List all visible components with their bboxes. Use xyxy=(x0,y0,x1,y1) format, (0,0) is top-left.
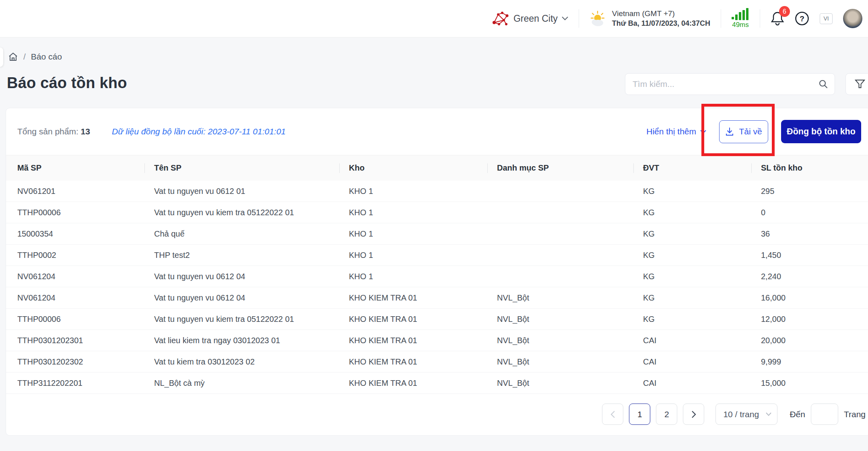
chevron-down-icon xyxy=(700,130,706,134)
total-products-value: 13 xyxy=(81,127,90,136)
page-button-2[interactable]: 2 xyxy=(656,404,677,425)
table-cell: CAI xyxy=(633,351,751,372)
search-input[interactable] xyxy=(633,79,819,89)
sync-inventory-button[interactable]: Đồng bộ tồn kho xyxy=(781,120,861,143)
table-cell: NV061204 xyxy=(6,266,144,287)
table-cell: 15000354 xyxy=(6,223,144,244)
download-button[interactable]: Tải về xyxy=(719,120,768,143)
page-size-select[interactable]: 10 / trang xyxy=(715,404,777,425)
table-cell: 12,000 xyxy=(751,309,868,329)
table-cell: CAI xyxy=(633,373,751,393)
table-cell: NVL_Bột xyxy=(487,351,633,372)
table-body: NV061201Vat tu nguyen vu 0612 01KHO 1KG2… xyxy=(6,181,868,394)
table-cell: 9,999 xyxy=(751,351,868,372)
page-title: Báo cáo tồn kho xyxy=(7,74,127,92)
table-cell: 1,450 xyxy=(751,245,868,266)
search-input-wrap xyxy=(625,73,835,95)
user-avatar[interactable] xyxy=(843,9,862,28)
table-cell: Vat tu kiem tra 03012023 02 xyxy=(144,351,339,372)
table-cell: NVL_Bột xyxy=(487,287,633,308)
jump-to-page-input[interactable] xyxy=(811,404,838,425)
chevron-right-icon xyxy=(691,411,696,418)
table-cell: NVL_Bột xyxy=(487,309,633,329)
topbar: Green City Vietnam xyxy=(0,0,868,37)
table-cell: 0 xyxy=(751,202,868,223)
table-row: NV061204Vat tu nguyen vu 0612 04KHO 1KG2… xyxy=(6,266,868,287)
table-cell: TTHP3112202201 xyxy=(6,373,144,393)
pagination: 12 10 / trang Đến Trang xyxy=(6,404,868,425)
language-switcher[interactable]: VI xyxy=(820,13,833,24)
pagination-prev-button[interactable] xyxy=(602,404,623,425)
download-icon xyxy=(725,127,734,136)
pagination-next-button[interactable] xyxy=(683,404,704,425)
table-cell: KHO 1 xyxy=(339,245,487,266)
column-header-3: Kho xyxy=(339,155,487,181)
table-cell: TTHP0002 xyxy=(6,245,144,266)
total-products-label: Tổng sản phẩm: xyxy=(17,127,78,136)
search-icon[interactable] xyxy=(819,79,828,89)
table-cell: 2,240 xyxy=(751,266,868,287)
help-button[interactable]: ? xyxy=(795,11,809,26)
table-cell: Vat tu nguyen vu 0612 04 xyxy=(144,287,339,308)
table-cell: TTHP00006 xyxy=(6,309,144,329)
table-cell: KHO KIEM TRA 01 xyxy=(339,309,487,329)
table-row: TTHP0301202302Vat tu kiem tra 03012023 0… xyxy=(6,351,868,373)
table-cell: KG xyxy=(633,202,751,223)
latency-indicator: 49ms xyxy=(732,8,749,29)
topbar-divider xyxy=(760,9,760,28)
show-more-label: Hiển thị thêm xyxy=(646,127,696,136)
table-cell: Chả quế xyxy=(144,223,339,244)
home-icon[interactable] xyxy=(8,52,18,62)
table-row: NV061204Vat tu nguyen vu 0612 04KHO KIEM… xyxy=(6,287,868,309)
table-cell: CAI xyxy=(633,330,751,351)
timezone-label: Vietnam (GMT +7) xyxy=(612,9,710,18)
table-cell: KG xyxy=(633,287,751,308)
table-cell: NVL_Bột xyxy=(487,373,633,393)
show-more-dropdown[interactable]: Hiển thị thêm xyxy=(646,127,706,136)
breadcrumb-item[interactable]: Báo cáo xyxy=(31,52,62,62)
table-cell: 295 xyxy=(751,181,868,202)
filter-funnel-icon xyxy=(855,79,865,89)
page-button-1[interactable]: 1 xyxy=(629,404,650,425)
chevron-left-icon xyxy=(610,411,615,418)
table-cell: KG xyxy=(633,245,751,266)
sidebar-toggle[interactable] xyxy=(0,47,3,67)
datetime-label: Thứ Ba, 11/07/2023, 04:37CH xyxy=(612,19,710,28)
breadcrumb: / Báo cáo xyxy=(8,50,62,64)
company-logo-icon xyxy=(492,10,509,27)
table-cell: 15,000 xyxy=(751,373,868,393)
table-cell xyxy=(487,202,633,223)
table-cell xyxy=(487,181,633,202)
filter-button[interactable] xyxy=(845,73,868,95)
company-switcher[interactable]: Green City xyxy=(492,10,568,27)
table-cell: NVL_Bột xyxy=(487,330,633,351)
topbar-divider xyxy=(721,9,721,28)
table-cell xyxy=(487,223,633,244)
table-cell: KG xyxy=(633,181,751,202)
card-toolbar: Tổng sản phẩm: 13 Dữ liệu đồng bộ lần cu… xyxy=(6,108,868,155)
table-cell: 20,000 xyxy=(751,330,868,351)
table-cell: KHO KIEM TRA 01 xyxy=(339,330,487,351)
signal-bars-icon xyxy=(732,8,749,20)
company-name: Green City xyxy=(513,13,558,24)
table-cell: KHO 1 xyxy=(339,223,487,244)
table-cell: 36 xyxy=(751,223,868,244)
table-row: TTHP0002THP test2KHO 1KG1,450 xyxy=(6,245,868,266)
table-cell: TTHP0301202301 xyxy=(6,330,144,351)
locale-info: Vietnam (GMT +7) Thứ Ba, 11/07/2023, 04:… xyxy=(590,9,710,28)
table-cell: NV061201 xyxy=(6,181,144,202)
page-size-value: 10 / trang xyxy=(723,410,759,419)
notifications-button[interactable]: 6 xyxy=(771,11,784,26)
table-cell: Vat tu nguyen vu 0612 04 xyxy=(144,266,339,287)
table-cell: THP test2 xyxy=(144,245,339,266)
jump-to-label: Đến xyxy=(790,410,805,419)
chevron-down-icon xyxy=(562,16,568,21)
table-row: TTHP00006Vat tu nguyen vu kiem tra 05122… xyxy=(6,202,868,223)
weather-icon xyxy=(590,10,607,27)
latency-value: 49ms xyxy=(732,21,749,29)
table-cell: KHO 1 xyxy=(339,266,487,287)
total-products: Tổng sản phẩm: 13 xyxy=(17,127,90,136)
question-icon: ? xyxy=(795,11,809,26)
jump-to-suffix: Trang xyxy=(844,410,866,419)
column-header-6: SL tồn kho xyxy=(751,155,868,181)
